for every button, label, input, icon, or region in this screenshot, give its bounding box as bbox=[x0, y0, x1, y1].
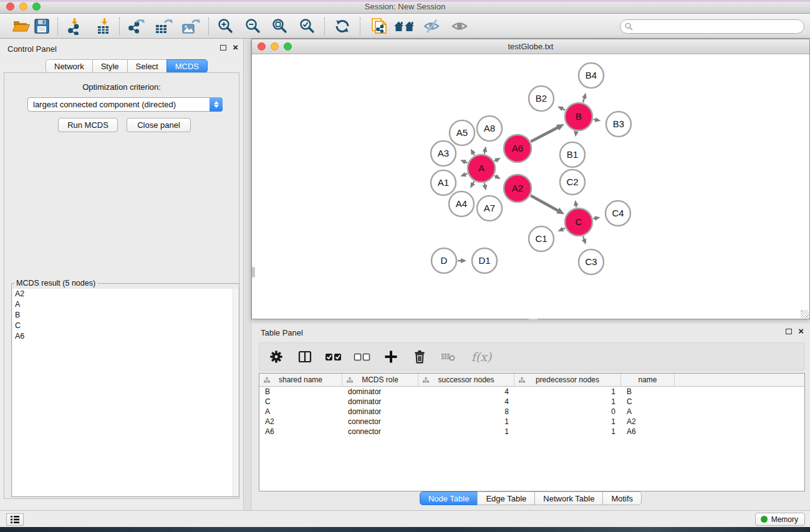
mcds-result-list[interactable]: A2ABCA6 bbox=[12, 289, 238, 496]
graph-node-label-A1: A1 bbox=[438, 177, 449, 188]
show-all-button[interactable] bbox=[448, 16, 471, 37]
create-column-button[interactable] bbox=[380, 346, 402, 367]
table-cell[interactable]: B bbox=[259, 387, 342, 396]
graph-edge-arrowhead bbox=[460, 160, 466, 164]
table-cell[interactable]: 1 bbox=[514, 427, 621, 436]
graph-edge-A6-B[interactable] bbox=[531, 127, 560, 142]
table-cell[interactable]: 1 bbox=[514, 417, 621, 426]
close-panel-icon[interactable]: × bbox=[233, 44, 238, 51]
column-header-shared-name[interactable]: shared name bbox=[259, 374, 342, 386]
zoom-out-button[interactable] bbox=[241, 16, 265, 37]
float-table-panel-icon[interactable] bbox=[786, 329, 792, 334]
search-field[interactable] bbox=[620, 19, 804, 34]
table-cell[interactable]: B bbox=[621, 387, 675, 396]
export-image-button[interactable] bbox=[178, 16, 202, 37]
table-cell[interactable]: A bbox=[259, 407, 342, 416]
table-row[interactable]: A6connector11A6 bbox=[259, 427, 804, 437]
table-cell[interactable]: 1 bbox=[514, 387, 621, 396]
result-item[interactable]: A6 bbox=[12, 331, 238, 342]
close-panel-button[interactable]: Close panel bbox=[127, 118, 191, 132]
table-cell[interactable]: 0 bbox=[514, 407, 621, 416]
close-table-panel-icon[interactable]: × bbox=[798, 328, 804, 334]
select-all-columns-button[interactable] bbox=[323, 346, 344, 367]
result-item[interactable]: A bbox=[12, 299, 238, 310]
table-row[interactable]: A2connector11A2 bbox=[259, 417, 804, 427]
table-cell[interactable]: C bbox=[621, 397, 675, 406]
panel-splitter[interactable] bbox=[243, 39, 251, 510]
table-cell[interactable]: 1 bbox=[418, 417, 514, 426]
zoom-fit-button[interactable] bbox=[268, 16, 292, 37]
refresh-icon bbox=[334, 17, 351, 35]
table-cell[interactable]: 1 bbox=[418, 427, 514, 436]
tab-motifs[interactable]: Motifs bbox=[602, 491, 642, 505]
table-cell[interactable]: dominator bbox=[342, 407, 418, 416]
table-cell[interactable]: 4 bbox=[418, 397, 514, 406]
network-canvas[interactable]: AA1A2A3A4A5A6A7A8BB1B2B3B4CC1C2C3C4DD1 bbox=[252, 55, 809, 319]
list-icon bbox=[10, 515, 20, 524]
network-horizontal-scroll-thumb[interactable] bbox=[528, 319, 538, 322]
memory-button[interactable]: Memory bbox=[755, 513, 805, 526]
table-options-button[interactable] bbox=[266, 346, 287, 367]
table-cell[interactable]: A6 bbox=[259, 427, 342, 436]
search-input[interactable] bbox=[635, 22, 804, 31]
zoom-selected-button[interactable] bbox=[296, 16, 319, 37]
graph-node-label-A8: A8 bbox=[484, 123, 495, 133]
result-item[interactable]: B bbox=[12, 310, 238, 321]
zoom-selected-icon bbox=[299, 17, 316, 35]
delete-column-button[interactable] bbox=[409, 346, 430, 367]
import-table-icon bbox=[95, 17, 113, 35]
table-cell[interactable]: dominator bbox=[342, 397, 418, 406]
tab-node-table[interactable]: Node Table bbox=[420, 491, 478, 505]
run-mcds-button[interactable]: Run MCDS bbox=[58, 118, 118, 132]
table-cell[interactable]: 4 bbox=[418, 387, 514, 396]
import-network-button[interactable] bbox=[64, 16, 87, 37]
new-network-from-selection-button[interactable] bbox=[367, 16, 391, 37]
unselect-all-columns-button[interactable] bbox=[352, 346, 373, 367]
result-item[interactable]: A2 bbox=[12, 289, 238, 299]
export-table-button[interactable] bbox=[152, 16, 175, 37]
table-cell[interactable]: A6 bbox=[621, 427, 675, 436]
float-panel-icon[interactable] bbox=[220, 45, 226, 51]
refresh-button[interactable] bbox=[330, 16, 354, 37]
table-cell[interactable]: A2 bbox=[621, 417, 675, 426]
table-row[interactable]: Bdominator41B bbox=[259, 387, 804, 397]
import-table-button[interactable] bbox=[92, 16, 116, 37]
network-graph[interactable]: AA1A2A3A4A5A6A7A8BB1B2B3B4CC1C2C3C4DD1 bbox=[252, 55, 809, 319]
tab-network[interactable]: Network bbox=[46, 59, 93, 73]
table-cell[interactable]: 1 bbox=[514, 397, 621, 406]
graph-edge-A2-C[interactable] bbox=[531, 196, 560, 212]
tab-network-table[interactable]: Network Table bbox=[534, 491, 603, 505]
tab-mcds[interactable]: MCDS bbox=[166, 59, 208, 73]
network-vertical-scroll-thumb[interactable] bbox=[252, 267, 255, 278]
table-cell[interactable]: A2 bbox=[259, 417, 342, 426]
export-network-button[interactable] bbox=[125, 16, 148, 37]
table-cell[interactable]: C bbox=[259, 397, 342, 406]
tab-style[interactable]: Style bbox=[92, 59, 128, 73]
hide-selected-button[interactable] bbox=[420, 16, 443, 37]
table-cell[interactable]: connector bbox=[342, 417, 418, 426]
table-cell[interactable]: 8 bbox=[418, 407, 514, 416]
show-columns-button[interactable] bbox=[294, 346, 316, 367]
column-header-successor-nodes[interactable]: successor nodes bbox=[418, 374, 514, 386]
tab-edge-table[interactable]: Edge Table bbox=[477, 491, 535, 505]
zoom-in-icon bbox=[217, 17, 234, 35]
function-builder-button[interactable]: f(x) bbox=[466, 346, 496, 367]
result-item[interactable]: C bbox=[12, 321, 238, 331]
first-neighbors-button[interactable] bbox=[392, 16, 416, 37]
table-row[interactable]: Cdominator41C bbox=[259, 397, 804, 407]
show-panels-button[interactable] bbox=[6, 513, 24, 526]
zoom-in-button[interactable] bbox=[214, 16, 238, 37]
table-cell[interactable]: connector bbox=[342, 427, 418, 436]
table-cell[interactable]: A bbox=[621, 407, 675, 416]
save-session-button[interactable] bbox=[30, 16, 54, 37]
column-header-name[interactable]: name bbox=[621, 374, 675, 386]
delete-table-button[interactable] bbox=[438, 346, 459, 367]
criterion-dropdown[interactable]: largest connected component (directed) bbox=[27, 97, 223, 112]
result-list-scrollbar[interactable] bbox=[233, 289, 238, 496]
column-header-predecessor-nodes[interactable]: predecessor nodes bbox=[514, 374, 621, 386]
column-header-MCDS-role[interactable]: MCDS role bbox=[342, 374, 418, 386]
table-row[interactable]: Adominator80A bbox=[259, 407, 804, 417]
table-cell[interactable]: dominator bbox=[342, 387, 418, 396]
tab-select[interactable]: Select bbox=[127, 59, 167, 73]
window-resize-grip[interactable] bbox=[801, 310, 809, 318]
